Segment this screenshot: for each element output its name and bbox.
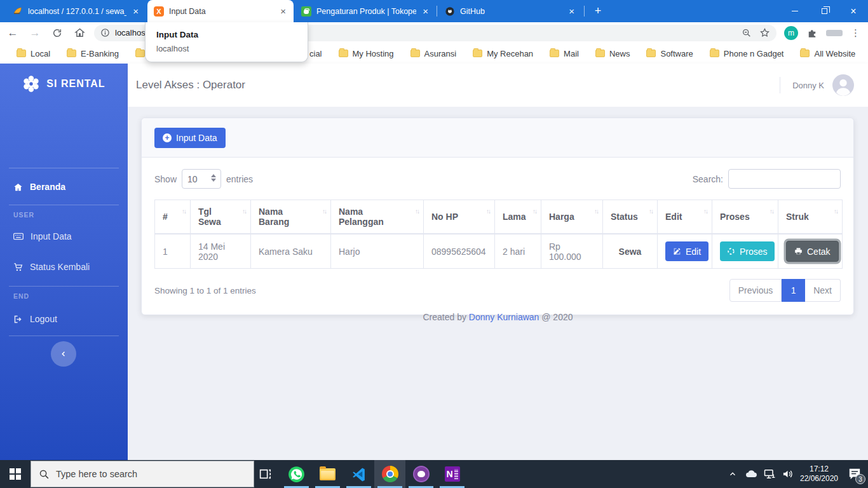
window-minimize-button[interactable] xyxy=(780,0,810,22)
phpmyadmin-icon xyxy=(13,6,23,17)
tab-close-icon[interactable]: × xyxy=(567,6,576,16)
network-icon[interactable] xyxy=(760,460,778,488)
column-header-harga[interactable]: Harga↑↓ xyxy=(541,200,603,234)
taskbar-search[interactable]: Type here to search xyxy=(31,461,254,487)
bookmark-item[interactable]: cial xyxy=(309,49,322,58)
column-header-struk[interactable]: Struk↑↓ xyxy=(778,200,843,234)
menu-dots-icon[interactable]: ⋮ xyxy=(851,28,860,37)
column-header-nama-barang[interactable]: Nama Barang↑↓ xyxy=(251,200,331,234)
task-view-icon xyxy=(258,467,272,481)
sidebar-item-logout[interactable]: Logout xyxy=(0,308,128,330)
bookmark-item[interactable]: E-Banking xyxy=(67,49,119,58)
bookmark-item[interactable]: Asuransi xyxy=(410,49,457,58)
tray-chevron-up-icon[interactable] xyxy=(723,460,742,488)
bookmark-item[interactable]: All Website xyxy=(800,49,855,58)
window-restore-button[interactable] xyxy=(810,0,839,22)
table-search-control: Search: xyxy=(693,169,841,189)
vscode-icon xyxy=(351,466,367,482)
window-close-button[interactable]: × xyxy=(839,0,868,22)
user-name[interactable]: Donny K xyxy=(792,81,824,90)
tab-close-icon[interactable]: × xyxy=(132,6,140,16)
profile-avatar[interactable]: m xyxy=(784,26,798,40)
sidebar-item-status-kembali[interactable]: Status Kembali xyxy=(0,255,128,278)
reload-button[interactable] xyxy=(48,24,67,42)
action-center-button[interactable]: 3 xyxy=(841,460,868,488)
bookmark-item[interactable]: Software xyxy=(646,49,693,58)
column-header-lama[interactable]: Lama↑↓ xyxy=(495,200,541,234)
column-header-edit[interactable]: Edit↑↓ xyxy=(658,200,712,234)
bookmark-item[interactable]: News xyxy=(595,49,630,58)
search-label: Search: xyxy=(693,174,723,184)
tab-tokopedia[interactable]: Pengaturan Produk | Tokopedia × xyxy=(295,0,436,22)
column-header-no-hp[interactable]: No HP↑↓ xyxy=(424,200,495,234)
taskbar-whatsapp[interactable] xyxy=(281,460,312,488)
edit-button[interactable]: Edit xyxy=(665,241,709,261)
proses-button[interactable]: Proses xyxy=(720,241,775,261)
user-avatar[interactable] xyxy=(832,74,854,96)
pagination-next-button[interactable]: Next xyxy=(805,279,841,302)
extension-icon[interactable] xyxy=(826,30,843,36)
taskbar-file-explorer[interactable] xyxy=(312,460,343,488)
cetak-print-button[interactable]: Cetak xyxy=(786,241,839,262)
column-header-tgl-sewa[interactable]: Tgl Sewa↑↓ xyxy=(191,200,251,234)
bookmark-item[interactable]: My Hosting xyxy=(339,49,394,58)
folder-icon xyxy=(800,50,810,57)
taskbar-vscode[interactable] xyxy=(343,460,374,488)
task-view-button[interactable] xyxy=(249,460,280,488)
onedrive-cloud-icon[interactable] xyxy=(742,460,760,488)
page-info-icon[interactable] xyxy=(100,28,110,37)
back-button[interactable]: ← xyxy=(3,24,22,42)
extensions-puzzle-icon[interactable] xyxy=(806,27,818,39)
start-button[interactable] xyxy=(0,460,31,488)
bookmark-item[interactable]: My Recehan xyxy=(473,49,533,58)
column-header-no[interactable]: #↑↓ xyxy=(155,200,191,234)
footer-author-link[interactable]: Donny Kurniawan xyxy=(469,312,539,322)
home-button[interactable] xyxy=(70,24,89,42)
chevron-left-icon xyxy=(59,349,68,358)
bookmark-item[interactable]: Mail xyxy=(550,49,579,58)
tab-close-icon[interactable]: × xyxy=(279,6,287,16)
sidebar: SI RENTAL Beranda USER Input Data Status… xyxy=(0,64,128,460)
pagination-page-1[interactable]: 1 xyxy=(782,279,805,302)
bookmark-item[interactable]: Phone n Gadget xyxy=(710,49,784,58)
volume-icon[interactable] xyxy=(778,460,797,488)
tab-phpmyadmin[interactable]: localhost / 127.0.0.1 / sewa_db × xyxy=(6,0,146,22)
tab-github[interactable]: GitHub × xyxy=(438,0,582,22)
taskbar-clock[interactable]: 17:12 22/06/2020 xyxy=(797,464,841,484)
folder-icon xyxy=(646,50,656,57)
page-size-select[interactable]: 10 xyxy=(182,169,221,189)
toolbar-right: m ⋮ xyxy=(784,26,868,40)
tab-input-data[interactable]: X Input Data × xyxy=(147,0,294,22)
new-tab-button[interactable]: + xyxy=(589,4,607,18)
brand[interactable]: SI RENTAL xyxy=(0,64,128,104)
column-header-status[interactable]: Status↑↓ xyxy=(603,200,658,234)
column-header-nama-pelanggan[interactable]: Nama Pelanggan↑↓ xyxy=(331,200,424,234)
plus-circle-icon: + xyxy=(163,133,172,142)
add-input-data-button[interactable]: + Input Data xyxy=(154,128,226,148)
cell-status: Sewa xyxy=(603,234,658,269)
table-search-input[interactable] xyxy=(728,169,841,189)
sidebar-section-end: END xyxy=(13,292,29,300)
sidebar-item-beranda[interactable]: Beranda xyxy=(0,175,128,198)
bookmark-star-icon[interactable] xyxy=(759,27,770,38)
folder-icon xyxy=(339,50,348,57)
taskbar-search-placeholder: Type here to search xyxy=(56,469,137,479)
tab-close-icon[interactable]: × xyxy=(421,6,430,16)
taskbar-purple-app[interactable] xyxy=(405,460,437,488)
taskbar-onenote[interactable]: N xyxy=(437,460,468,488)
keyboard-icon xyxy=(13,233,24,240)
sidebar-item-input-data[interactable]: Input Data xyxy=(0,225,128,248)
sidebar-collapse-button[interactable] xyxy=(51,341,76,367)
access-level-label: Level Akses : Operator xyxy=(136,79,245,92)
forward-button[interactable]: → xyxy=(25,24,44,42)
data-card: + Input Data Show 10 entries xyxy=(141,118,854,315)
search-icon xyxy=(39,469,50,480)
bookmark-item[interactable]: Local xyxy=(17,49,50,58)
pagination-previous-button[interactable]: Previous xyxy=(729,279,782,302)
folder-icon xyxy=(710,50,719,57)
column-header-proses[interactable]: Proses↑↓ xyxy=(712,200,778,234)
footer-created-by: Created by xyxy=(423,312,466,322)
taskbar-chrome[interactable] xyxy=(374,460,405,488)
zoom-icon[interactable] xyxy=(742,28,752,38)
folder-icon xyxy=(595,50,605,57)
